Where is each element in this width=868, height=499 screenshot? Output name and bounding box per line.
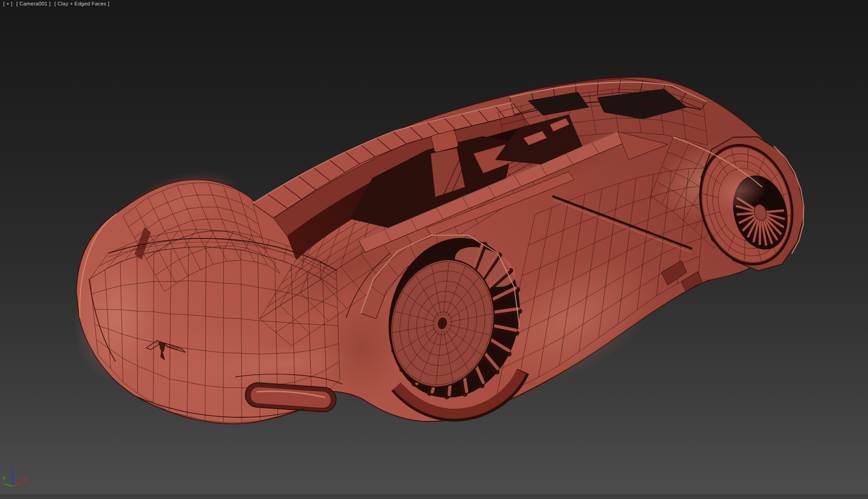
- viewport-canvas[interactable]: [0, 0, 868, 499]
- wire-line: [760, 220, 760, 245]
- viewport-label: [ + ] [ Camera001 ] [ Clay + Edged Faces…: [3, 1, 112, 6]
- concept-car-model[interactable]: [65, 77, 805, 424]
- viewport-pov-menu[interactable]: [ + ]: [3, 1, 13, 6]
- wire-line: [737, 213, 754, 214]
- x-axis-icon: [13, 483, 21, 486]
- y-axis-icon: [5, 484, 13, 486]
- viewport-shading-menu[interactable]: [ Clay + Edged Faces ]: [55, 1, 109, 6]
- world-axis-gizmo: Z X Y: [2, 465, 29, 493]
- viewport-camera-menu[interactable]: [ Camera001 ]: [16, 1, 50, 6]
- 3d-viewport[interactable]: [ + ] [ Camera001 ] [ Clay + Edged Faces…: [0, 0, 868, 499]
- viewport-bottom-strip: [0, 494, 868, 499]
- wire-line: [766, 210, 784, 212]
- y-axis-label: Y: [2, 476, 6, 481]
- x-axis-label: X: [22, 477, 26, 483]
- z-axis-label: Z: [11, 466, 14, 472]
